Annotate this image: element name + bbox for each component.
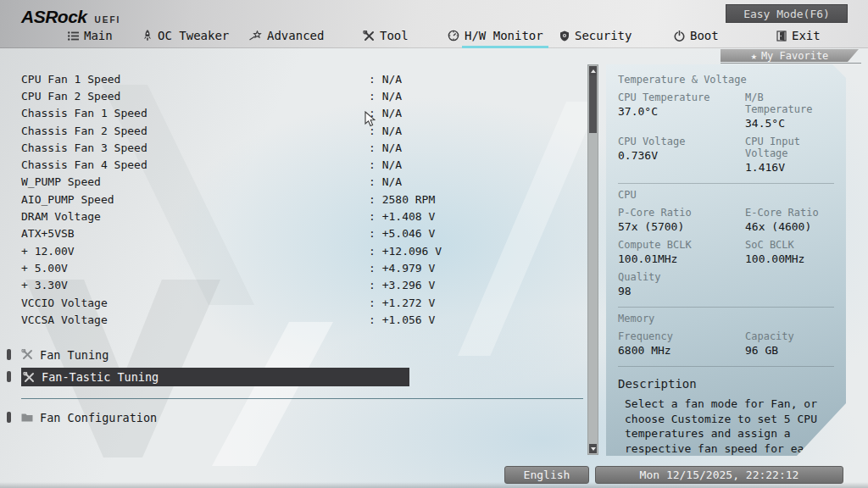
info-panel: Temperature & Voltage CPU Temperature 37… [606,64,846,456]
fantastic-tuning-label: Fan-Tastic Tuning [42,370,159,384]
monitor-label: ATX+5VSB [21,227,75,240]
asrock-logo-text: ASRock [21,7,87,27]
compute-bclk-value: 100.01MHz [618,252,745,265]
section-title-memory: Memory [618,313,834,324]
scrollbar-track[interactable] [587,64,598,455]
tab-label: Boot [690,29,719,42]
tab-tool[interactable]: Tool [363,26,409,45]
tab-label: Advanced [267,29,324,42]
arrow-up-icon [591,69,596,73]
monitor-row: VCCIO Voltage: +1.272 V [21,294,583,311]
monitor-value: : +1.408 V [369,210,435,223]
scrollbar-up-button[interactable] [589,66,597,75]
monitor-value: : +1.056 V [369,313,435,326]
power-icon [674,30,685,42]
section-divider [21,398,583,399]
monitor-label: VCCIO Voltage [21,297,108,309]
monitor-label: CPU Fan 2 Speed [21,90,120,103]
row-marker [7,412,11,423]
row-marker [7,349,11,360]
datetime-text: Mon 12/15/2025, 22:22:12 [640,469,799,481]
my-favorite-underline [721,63,861,64]
monitor-value: : +1.272 V [369,297,435,309]
monitor-label: Chassis Fan 3 Speed [21,141,147,154]
fantastic-tuning-item-selected[interactable]: Fan-Tastic Tuning [21,368,409,386]
cpu-input-voltage-value: 1.416V [745,161,834,174]
tab-label: Exit [792,29,821,42]
monitor-row: VCCSA Voltage: +1.056 V [21,311,583,328]
monitor-value: : N/A [369,175,402,188]
fan-configuration-label: Fan Configuration [40,411,157,424]
quality-value: 98 [618,285,745,297]
tab-exit[interactable]: Exit [776,26,821,45]
shield-icon [559,30,570,42]
tab-label: OC Tweaker [158,29,229,42]
exit-door-icon [776,30,787,42]
monitor-row: + 5.00V: +4.979 V [21,259,583,276]
header-bar: ASRock UEFI Easy Mode(F6) Main OC Tweake… [0,0,868,48]
ecore-ratio-value: 46x (4600) [745,220,834,233]
rocket-icon [142,30,153,42]
arrow-down-icon [591,447,596,451]
tab-hw-monitor[interactable]: H/W Monitor [448,26,543,45]
monitor-value: : +4.979 V [369,262,435,274]
gauge-icon [448,30,459,42]
scrollbar-down-button[interactable] [589,444,597,453]
row-marker [7,371,11,382]
fan-tuning-item[interactable]: Fan Tuning [21,346,108,363]
star-icon: ★ [751,50,757,62]
tools-icon [21,349,33,360]
list-icon [68,31,79,41]
monitor-label: + 12.00V [21,245,75,258]
monitor-label: AIO_PUMP Speed [21,193,114,206]
monitor-value: : 2580 RPM [369,193,435,206]
scrollbar-thumb[interactable] [589,75,597,133]
fan-configuration-item[interactable]: Fan Configuration [21,408,157,426]
tab-oc-tweaker[interactable]: OC Tweaker [142,26,229,45]
memory-frequency-value: 6800 MHz [618,344,745,357]
section-title-temperature-voltage: Temperature & Voltage [618,74,834,86]
monitor-label: Chassis Fan 2 Speed [21,125,147,137]
cpu-grid: P-Core Ratio 57x (5700) E-Core Ratio 46x… [618,201,834,297]
pcore-ratio-label: P-Core Ratio [618,207,745,219]
panel-divider [618,307,834,308]
monitor-row: + 12.00V: +12.096 V [21,242,583,259]
tab-main[interactable]: Main [68,26,113,45]
monitor-label: + 3.30V [21,279,68,291]
monitor-row: CPU Fan 1 Speed: N/A [21,70,583,87]
section-title-cpu: CPU [618,189,834,201]
monitor-value: : N/A [369,90,402,103]
tab-label: H/W Monitor [465,29,543,42]
language-button[interactable]: English [504,466,589,484]
pcore-ratio-value: 57x (5700) [618,220,745,233]
monitor-row: Chassis Fan 3 Speed: N/A [21,139,583,156]
monitor-row: AIO_PUMP Speed: 2580 RPM [21,191,583,208]
tab-boot[interactable]: Boot [674,26,719,45]
monitor-label: Chassis Fan 4 Speed [21,158,147,171]
tools-icon [23,372,35,383]
datetime-display: Mon 12/15/2025, 22:22:12 [595,466,843,484]
my-favorite-button[interactable]: ★ My Favorite [721,49,859,62]
folder-icon [21,413,33,422]
tab-advanced[interactable]: Advanced [249,26,324,45]
monitor-row: Chassis Fan 2 Speed: N/A [21,122,583,139]
easy-mode-button[interactable]: Easy Mode(F6) [726,4,848,23]
monitor-row: W_PUMP Speed: N/A [21,174,583,191]
monitor-value: : N/A [369,73,402,86]
mb-temperature-label: M/B Temperature [745,92,834,115]
memory-grid: Frequency 6800 MHz Capacity 96 GB [618,324,834,357]
monitor-row: + 3.30V: +3.296 V [21,277,583,294]
tab-security[interactable]: Security [559,26,632,45]
monitor-label: + 5.00V [21,262,68,274]
memory-capacity-value: 96 GB [745,344,834,357]
monitor-label: VCCSA Voltage [21,313,108,326]
monitor-value: : +3.296 V [369,279,435,291]
panel-divider [618,183,834,184]
monitor-row: ATX+5VSB: +5.046 V [21,225,583,242]
language-label: English [524,469,570,481]
asrock-logo: ASRock UEFI [21,7,120,27]
tab-label: Security [575,29,632,42]
monitor-row: Chassis Fan 1 Speed: N/A [21,105,583,122]
panel-divider [618,366,834,367]
monitor-value: : N/A [369,141,402,154]
